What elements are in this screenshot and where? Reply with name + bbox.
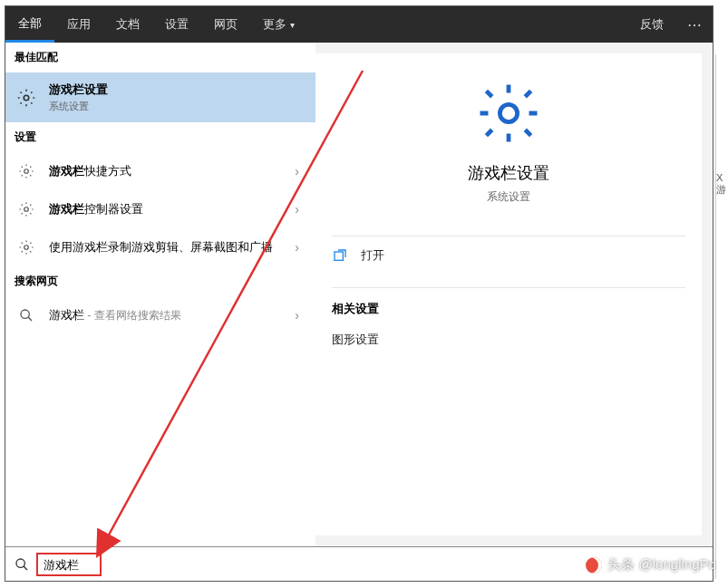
tab-all[interactable]: 全部: [5, 6, 54, 43]
settings-item-label: 使用游戏栏录制游戏剪辑、屏幕截图和广播: [49, 239, 289, 255]
tab-apps[interactable]: 应用: [54, 6, 103, 43]
settings-item-controller[interactable]: 游戏栏控制器设置 ›: [5, 190, 315, 228]
chevron-right-icon: ›: [289, 164, 305, 178]
best-match-title: 游戏栏设置: [49, 82, 305, 98]
tab-settings[interactable]: 设置: [152, 6, 201, 43]
detail-title: 游戏栏设置: [315, 162, 702, 184]
search-input-highlight: [36, 553, 102, 576]
search-input[interactable]: [44, 558, 94, 572]
related-header: 相关设置: [315, 288, 702, 324]
tab-more-label: 更多: [263, 16, 286, 33]
svg-point-2: [24, 207, 29, 212]
web-search-item[interactable]: 游戏栏 - 查看网络搜索结果 ›: [5, 296, 315, 334]
open-icon: [332, 247, 348, 264]
tab-web[interactable]: 网页: [201, 6, 250, 43]
detail-subtitle: 系统设置: [315, 189, 702, 205]
gear-icon: [16, 199, 36, 219]
web-item-label: 游戏栏 - 查看网络搜索结果: [49, 307, 289, 323]
options-button[interactable]: ⋯: [676, 16, 713, 34]
svg-point-4: [21, 310, 29, 318]
svg-line-5: [28, 317, 32, 321]
detail-pane: 游戏栏设置 系统设置 打开 相关设置 图形设置: [315, 53, 702, 535]
topbar: 全部 应用 文档 设置 网页 更多 ▾ 反馈 ⋯: [5, 6, 713, 43]
best-match-header: 最佳匹配: [5, 43, 315, 72]
svg-point-1: [24, 169, 29, 174]
svg-line-9: [24, 566, 27, 570]
settings-section-header: 设置: [5, 122, 315, 152]
search-window: 全部 应用 文档 设置 网页 更多 ▾ 反馈 ⋯ 最佳匹配 游戏栏设置: [5, 5, 713, 582]
tab-documents[interactable]: 文档: [103, 6, 152, 43]
caret-down-icon: ▾: [290, 20, 295, 30]
best-match-subtitle: 系统设置: [49, 100, 305, 113]
svg-point-3: [24, 246, 29, 250]
results-list: 最佳匹配 游戏栏设置 系统设置 设置 游戏栏快捷方式 ›: [5, 43, 315, 546]
chevron-right-icon: ›: [289, 308, 305, 323]
feedback-button[interactable]: 反馈: [627, 16, 676, 33]
svg-rect-7: [335, 252, 343, 260]
settings-item-label: 游戏栏快捷方式: [49, 163, 289, 179]
side-fragment: X游: [715, 54, 728, 579]
tab-more[interactable]: 更多 ▾: [250, 6, 307, 43]
svg-point-8: [16, 559, 24, 567]
gear-icon: [476, 81, 541, 146]
open-action[interactable]: 打开: [315, 236, 702, 275]
gear-icon: [16, 88, 36, 108]
ellipsis-icon: ⋯: [687, 16, 702, 34]
settings-item-label: 游戏栏控制器设置: [49, 201, 289, 217]
open-label: 打开: [361, 247, 384, 264]
settings-item-record[interactable]: 使用游戏栏录制游戏剪辑、屏幕截图和广播 ›: [5, 228, 315, 266]
best-match-item[interactable]: 游戏栏设置 系统设置: [5, 72, 315, 122]
related-item-graphics[interactable]: 图形设置: [315, 324, 702, 355]
chevron-right-icon: ›: [289, 202, 305, 217]
search-bar: [5, 546, 713, 581]
svg-point-6: [500, 104, 517, 121]
chevron-right-icon: ›: [289, 240, 305, 255]
gear-icon: [16, 161, 36, 181]
settings-item-shortcut[interactable]: 游戏栏快捷方式 ›: [5, 152, 315, 190]
gear-icon: [16, 237, 36, 257]
search-icon: [13, 555, 31, 574]
svg-point-0: [24, 95, 29, 101]
detail-hero: 游戏栏设置 系统设置: [315, 53, 702, 223]
content-area: 最佳匹配 游戏栏设置 系统设置 设置 游戏栏快捷方式 ›: [5, 43, 713, 546]
search-icon: [16, 305, 36, 325]
web-section-header: 搜索网页: [5, 266, 315, 296]
